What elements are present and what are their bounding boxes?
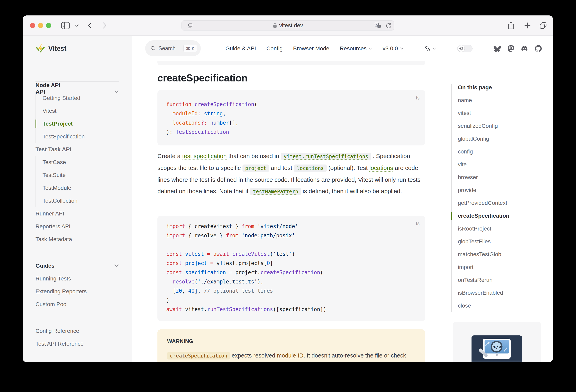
search-button[interactable]: Search ⌘ K xyxy=(145,40,201,56)
sidebar-item-testsuite[interactable]: TestSuite xyxy=(36,169,122,181)
sidebar-item-config-reference[interactable]: Config Reference xyxy=(35,325,122,337)
code-token: project xyxy=(182,260,207,266)
sidebar-group-label: Guides xyxy=(35,263,55,269)
site-logo[interactable]: Vitest xyxy=(35,44,66,53)
back-icon[interactable] xyxy=(88,22,92,29)
outline-item-ontestsrerun[interactable]: onTestsRerun xyxy=(451,274,546,286)
divider xyxy=(35,255,119,255)
sidebar-nav: Node API Getting Started Vitest TestProj… xyxy=(35,79,122,350)
sidebar-item-custom-pool[interactable]: Custom Pool xyxy=(35,298,122,311)
address-bar[interactable]: vitest.dev A x xyxy=(181,21,394,30)
chevron-down-icon[interactable] xyxy=(74,24,79,27)
warning-callout: WARNING createSpecification expects reso… xyxy=(157,330,425,362)
code-token: ( xyxy=(320,270,323,275)
sidebar-item-testmodule[interactable]: TestModule xyxy=(36,181,122,194)
on-this-page: On this page name vitest serializedConfi… xyxy=(451,81,546,312)
outline-item-isrootproject[interactable]: isRootProject xyxy=(451,222,546,235)
nav-version-dropdown[interactable]: v3.0.0 xyxy=(383,45,403,52)
sidebar-toggle-icon[interactable] xyxy=(61,22,70,29)
inline-link[interactable]: locations xyxy=(370,164,393,171)
previous-code-block-edge xyxy=(157,61,425,65)
inline-link[interactable]: test specification xyxy=(182,153,227,159)
code-token: , xyxy=(223,111,226,117)
outline-item-getprovidedcontext[interactable]: getProvidedContext xyxy=(451,197,546,210)
sidebar-group-guides[interactable]: Guides xyxy=(35,259,122,272)
outline-item-globtestfiles[interactable]: globTestFiles xyxy=(451,235,546,248)
sidebar-item-vitest[interactable]: Vitest xyxy=(36,105,122,117)
code-token: ) xyxy=(292,251,295,257)
sidebar-item-extending-reporters[interactable]: Extending Reporters xyxy=(35,285,122,298)
share-icon[interactable] xyxy=(508,21,515,30)
inline-link[interactable]: vitest.runTestSpecifications xyxy=(281,153,371,160)
code-token: is defined, then it will also be applied… xyxy=(301,188,402,194)
sidebar-item-testproject[interactable]: TestProject xyxy=(36,117,122,130)
outline-item-globalconfig[interactable]: globalConfig xyxy=(451,132,546,145)
page-title: createSpecification xyxy=(157,72,248,84)
code-block-signature: ts function createSpecification( moduleI… xyxy=(157,90,425,146)
outline-item-vitest[interactable]: vitest xyxy=(451,107,546,120)
close-window-button[interactable] xyxy=(30,23,35,28)
outline-item-matchestestglob[interactable]: matchesTestGlob xyxy=(451,248,546,261)
nav-browser-mode[interactable]: Browser Mode xyxy=(293,45,329,52)
outline-item-serializedconfig[interactable]: serializedConfig xyxy=(451,120,546,132)
outline-item-vite[interactable]: vite xyxy=(451,158,546,171)
inline-link[interactable]: module ID xyxy=(277,352,303,359)
sidebar-item-getting-started[interactable]: Getting Started xyxy=(36,92,122,105)
outline-item-name[interactable]: name xyxy=(451,94,546,107)
zoom-window-button[interactable] xyxy=(46,23,51,28)
new-tab-icon[interactable] xyxy=(524,22,531,29)
code-token: from xyxy=(242,223,254,229)
browser-toolbar: vitest.dev A x xyxy=(23,15,553,36)
code-token: project. xyxy=(232,270,260,275)
chevron-down-icon xyxy=(400,47,403,50)
warning-body: createSpecification expects resolved mod… xyxy=(167,351,416,362)
github-icon[interactable] xyxy=(535,45,542,52)
outline-item-browser[interactable]: browser xyxy=(451,171,546,184)
outline-item-createspecification[interactable]: createSpecification xyxy=(451,210,546,222)
code-token: const xyxy=(166,270,182,275)
code-token: vitest.projects[ xyxy=(213,260,267,266)
sidebar-item-reporters-api[interactable]: Reporters API xyxy=(35,220,122,233)
code-token: ([specification]) xyxy=(273,306,326,312)
reload-icon[interactable] xyxy=(385,22,391,29)
search-shortcut-badge: ⌘ K xyxy=(183,45,197,52)
sponsor-card[interactable]: </> xyxy=(453,322,541,362)
outline-item-close[interactable]: close xyxy=(451,299,546,312)
inline-link[interactable]: testNamePattern xyxy=(250,188,301,195)
code-token: moduleId xyxy=(173,111,198,117)
sidebar-item-testspecification[interactable]: TestSpecification xyxy=(36,130,122,143)
code-line: import { createVitest } from 'vitest/nod… xyxy=(166,222,419,231)
sidebar-item-testcollection[interactable]: TestCollection xyxy=(36,194,122,207)
discord-icon[interactable] xyxy=(521,46,528,52)
mastodon-icon[interactable] xyxy=(508,45,514,52)
social-links xyxy=(493,45,542,52)
bluesky-icon[interactable] xyxy=(493,45,501,52)
sidebar-item-running-tests[interactable]: Running Tests xyxy=(35,272,122,285)
theme-toggle[interactable] xyxy=(457,45,472,52)
lock-icon xyxy=(273,23,277,28)
outline-item-import[interactable]: import xyxy=(451,261,546,274)
outline-item-provide[interactable]: provide xyxy=(451,184,546,197)
nav-config[interactable]: Config xyxy=(266,45,283,52)
sidebar-item-node-api[interactable]: Node API xyxy=(35,79,122,92)
chevron-down-icon xyxy=(114,264,119,268)
sidebar-item-testcase[interactable]: TestCase xyxy=(36,156,122,169)
sidebar-item-runner-api[interactable]: Runner API xyxy=(35,207,122,220)
translate-icon[interactable]: A x xyxy=(374,23,381,29)
nav-guide-api[interactable]: Guide & API xyxy=(226,45,256,52)
code-token: 'vitest/node' xyxy=(254,223,298,229)
sidebar-item-test-task-api[interactable]: Test Task API xyxy=(35,143,122,156)
nav-resources-dropdown[interactable]: Resources xyxy=(340,45,372,52)
sidebar-item-task-metadata[interactable]: Task Metadata xyxy=(35,233,122,246)
outline-item-config[interactable]: config xyxy=(451,145,546,158)
language-icon xyxy=(425,46,431,52)
code-token: runTestSpecifications xyxy=(207,306,273,312)
sidebar-item-test-api-reference[interactable]: Test API Reference xyxy=(35,337,122,350)
tab-overview-icon[interactable] xyxy=(539,22,547,29)
docs-sidebar: Vitest API Node API Getting Started Vite… xyxy=(23,36,132,362)
outline-item-isbrowserenabled[interactable]: isBrowserEnabled xyxy=(451,286,546,299)
language-menu[interactable] xyxy=(425,46,436,52)
minimize-window-button[interactable] xyxy=(38,23,43,28)
code-lines: function createSpecification( moduleId: … xyxy=(166,100,419,137)
forward-icon[interactable] xyxy=(102,22,107,29)
